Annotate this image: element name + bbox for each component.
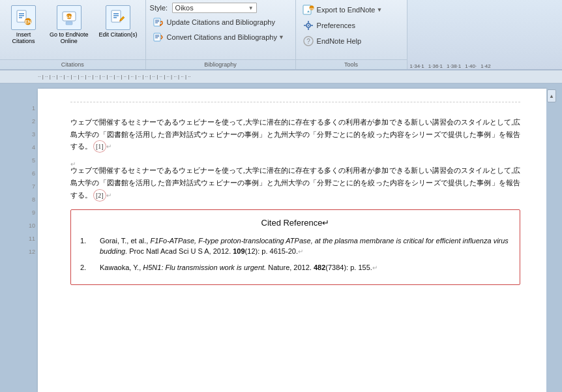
tools-group-label: Tools bbox=[296, 59, 407, 69]
convert-icon bbox=[153, 31, 164, 43]
export-endnote-button[interactable]: EN Export to EndNote ▼ bbox=[300, 3, 385, 17]
document-page: ウェブで開催するセミナーであるウェビナーを使って,大学に潜在的に存在する多くの利… bbox=[38, 89, 546, 392]
margin-11: 11 bbox=[29, 232, 35, 245]
margin-2: 2 bbox=[32, 115, 35, 128]
preferences-label: Preferences bbox=[317, 22, 355, 29]
left-margin: 1 2 3 4 5 6 7 8 9 10 11 12 bbox=[5, 89, 38, 392]
margin-12: 12 bbox=[29, 245, 35, 258]
style-value: Oikos bbox=[175, 4, 246, 12]
edit-citations-button[interactable]: Edit Citation(s) bbox=[94, 3, 143, 40]
ruler-right: 1·34·1 1·36·1 1·38·1 1·40· 1·42 bbox=[407, 0, 562, 69]
ruler-mark-1: 1·34·1 bbox=[410, 63, 424, 69]
ruler-mark-5: 1·42 bbox=[481, 63, 491, 69]
ribbon: EN Insert Citations EN bbox=[0, 0, 562, 70]
goto-endnote-button[interactable]: EN Go to EndNoteOnline bbox=[44, 3, 94, 47]
reference-2: 2. Kawaoka, Y., H5N1: Flu transmission w… bbox=[80, 262, 510, 273]
paragraph-mark-1: ↵ bbox=[106, 143, 111, 150]
update-citations-label: Update Citations and Bibliography bbox=[167, 18, 275, 26]
scrollbar-area[interactable]: ▲ bbox=[546, 89, 557, 392]
export-endnote-label: Export to EndNote bbox=[317, 6, 376, 14]
goto-endnote-icon: EN bbox=[57, 5, 81, 30]
ruler-mark-3: 1·38·1 bbox=[447, 63, 461, 69]
svg-text:EN: EN bbox=[67, 15, 72, 19]
convert-dropdown-arrow: ▼ bbox=[278, 34, 284, 40]
scroll-up-button[interactable]: ▲ bbox=[547, 89, 556, 102]
paragraph-1-text: ウェブで開催するセミナーであるウェビナーを使って,大学に潜在的に存在する多くの利… bbox=[70, 118, 520, 150]
style-label: Style: bbox=[150, 4, 168, 12]
update-citations-button[interactable]: Update Citations and Bibliography bbox=[150, 15, 278, 29]
svg-point-27 bbox=[308, 25, 309, 26]
top-margin-line bbox=[70, 102, 520, 110]
document-area: 1 2 3 4 5 6 7 8 9 10 11 12 ウェブで開催するセミナーで… bbox=[0, 83, 562, 392]
ruler-mark-4: 1·40· bbox=[465, 63, 477, 69]
svg-rect-14 bbox=[154, 18, 160, 26]
margin-7: 7 bbox=[32, 180, 35, 193]
convert-citations-button[interactable]: Convert Citations and Bibliography ▼ bbox=[150, 30, 287, 44]
svg-rect-10 bbox=[111, 10, 121, 22]
update-icon bbox=[153, 16, 164, 28]
preferences-button[interactable]: Preferences bbox=[300, 18, 358, 33]
bibliography-group: Style: Oikos ▼ bbox=[146, 0, 296, 69]
ref-1-text: Gorai, T., et al., F1Fo-ATPase, F-type p… bbox=[100, 235, 510, 257]
citations-group-label: Citations bbox=[0, 59, 145, 69]
preferences-icon bbox=[303, 20, 314, 31]
goto-endnote-label: Go to EndNoteOnline bbox=[50, 31, 89, 44]
svg-text:EN: EN bbox=[25, 20, 31, 24]
edit-citations-icon bbox=[106, 5, 130, 30]
margin-3: 3 bbox=[32, 128, 35, 141]
tools-group: EN Export to EndNote ▼ bbox=[296, 0, 407, 69]
insert-citations-label: Insert Citations bbox=[12, 31, 35, 44]
svg-text:EN: EN bbox=[310, 7, 314, 10]
export-dropdown-arrow: ▼ bbox=[376, 7, 382, 13]
margin-4: 4 bbox=[32, 141, 35, 154]
paragraph-1: ウェブで開催するセミナーであるウェビナーを使って,大学に潜在的に存在する多くの利… bbox=[70, 116, 520, 153]
paragraph-2-text: ウェブで開催するセミナーであるウェビナーを使って,大学に潜在的に存在する多くの利… bbox=[70, 166, 520, 198]
svg-rect-19 bbox=[154, 33, 160, 41]
edit-citations-label: Edit Citation(s) bbox=[99, 31, 138, 38]
help-icon: ? bbox=[303, 35, 314, 47]
ruler-mark-2: 1·36·1 bbox=[428, 63, 443, 69]
margin-8: 8 bbox=[32, 193, 35, 206]
citation-2[interactable]: [2] bbox=[93, 189, 106, 202]
style-dropdown[interactable]: Oikos ▼ bbox=[172, 3, 257, 13]
svg-text:?: ? bbox=[306, 38, 310, 45]
ruler-bottom-mark: ·· | ·· | ·· | ·· | ·· | ·· | ·· | ·· | … bbox=[38, 74, 191, 80]
ruler-bar: ·· | ·· | ·· | ·· | ·· | ·· | ·· | ·· | … bbox=[0, 70, 562, 83]
insert-citations-icon: EN bbox=[11, 5, 36, 30]
citations-group: EN Insert Citations EN bbox=[0, 0, 146, 69]
svg-rect-9 bbox=[66, 22, 72, 25]
ref-2-num: 2. bbox=[80, 262, 100, 273]
paragraph-spacer: ↵ bbox=[70, 158, 520, 164]
endnote-help-label: EndNote Help bbox=[317, 37, 362, 45]
convert-citations-label: Convert Citations and Bibliography bbox=[167, 33, 277, 41]
export-icon: EN bbox=[303, 4, 314, 16]
bibliography-group-label: Bibliography bbox=[146, 59, 295, 69]
paragraph-2: ウェブで開催するセミナーであるウェビナーを使って,大学に潜在的に存在する多くの利… bbox=[70, 164, 520, 201]
margin-6: 6 bbox=[32, 167, 35, 180]
cited-references-title: Cited Reference↵ bbox=[80, 217, 510, 230]
insert-citations-button[interactable]: EN Insert Citations bbox=[3, 3, 44, 47]
style-dropdown-arrow: ▼ bbox=[248, 5, 254, 11]
margin-5: 5 bbox=[32, 154, 35, 167]
style-row: Style: Oikos ▼ bbox=[150, 3, 257, 13]
cited-references-section: Cited Reference↵ 1. Gorai, T., et al., F… bbox=[70, 209, 520, 285]
endnote-help-button[interactable]: ? EndNote Help bbox=[300, 34, 364, 48]
margin-1: 1 bbox=[32, 102, 35, 115]
citation-1[interactable]: [1] bbox=[93, 140, 106, 153]
margin-9: 9 bbox=[32, 206, 35, 219]
paragraph-mark-2: ↵ bbox=[106, 192, 111, 199]
ref-2-text: Kawaoka, Y., H5N1: Flu transmission work… bbox=[100, 262, 510, 273]
reference-1: 1. Gorai, T., et al., F1Fo-ATPase, F-typ… bbox=[80, 235, 510, 257]
ref-1-num: 1. bbox=[80, 235, 100, 257]
margin-10: 10 bbox=[29, 219, 35, 232]
